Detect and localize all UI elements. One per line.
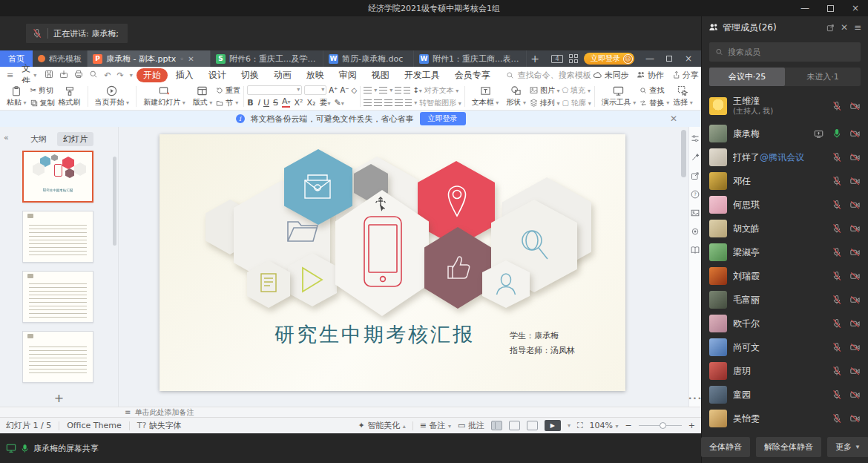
member-search[interactable] <box>709 42 861 62</box>
align-left-icon[interactable] <box>364 99 372 106</box>
menu-tab-animation[interactable]: 动画 <box>267 68 298 82</box>
popout-panel-icon[interactable] <box>826 24 835 32</box>
slide-thumbnail-1[interactable]: 1 ★ 研究生中期考核汇报 <box>22 151 111 203</box>
share-button[interactable]: 分享 <box>671 70 699 81</box>
fill-button[interactable]: ⬠ 填充 ▾ <box>562 85 590 96</box>
highlight-button[interactable]: ✎▾ <box>334 98 343 108</box>
camera-off-icon[interactable] <box>849 101 861 111</box>
camera-off-icon[interactable] <box>849 247 861 257</box>
mic-muted-icon[interactable] <box>832 366 842 376</box>
paste-button[interactable]: 粘贴 ▾ <box>3 86 30 108</box>
collapse-panel-icon[interactable]: « <box>4 133 9 142</box>
undo-icon[interactable]: ↶ <box>102 70 113 80</box>
beautify-button[interactable]: ✦ 智能美化 ▴ <box>358 420 406 431</box>
menu-tab-developer[interactable]: 开发工具 <box>398 68 447 82</box>
to-smartart-button[interactable]: 转智能图形 ▾ <box>419 98 461 108</box>
member-row[interactable]: 欧千尔 <box>709 312 861 335</box>
zoom-slider[interactable] <box>639 425 682 426</box>
member-row[interactable]: 康承梅 <box>709 122 861 145</box>
text-direction-icon[interactable]: ↕▾ <box>412 86 421 94</box>
camera-off-icon[interactable] <box>849 295 861 305</box>
mic-muted-icon[interactable] <box>832 176 842 186</box>
fit-window-icon[interactable]: ⛶ <box>577 421 583 430</box>
image-tools-icon[interactable] <box>691 208 700 217</box>
slide-thumbnail-4[interactable]: 4 ★ <box>22 331 111 383</box>
member-row[interactable]: 尚可文 <box>709 335 861 359</box>
camera-off-icon[interactable] <box>849 413 861 424</box>
superscript-button[interactable]: X² <box>294 98 303 108</box>
slide-canvas[interactable]: 研究生中期考核汇报 学生：康承梅 指导老师：汤凤林 <box>119 127 688 407</box>
login-button[interactable]: 立即登录☺ <box>584 53 634 65</box>
menu-tab-view[interactable]: 视图 <box>365 68 396 82</box>
font-size-select[interactable] <box>304 85 326 95</box>
print-icon[interactable] <box>72 70 85 81</box>
properties-icon[interactable] <box>691 134 700 143</box>
shapes-button[interactable]: 形状 ▾ <box>502 85 530 108</box>
member-row[interactable]: 何思琪 <box>709 193 861 217</box>
text-box-button[interactable]: 文本框 ▾ <box>468 85 503 108</box>
history-caret-icon[interactable]: ▾ <box>128 72 135 79</box>
rail-more-icon[interactable]: ••• <box>688 395 701 402</box>
camera-off-icon[interactable] <box>849 152 861 162</box>
new-tab-button[interactable]: + <box>527 50 543 67</box>
menu-tab-slideshow[interactable]: 放映 <box>300 68 331 82</box>
locate-icon[interactable] <box>691 227 700 236</box>
strikethrough-button[interactable]: S <box>273 98 278 108</box>
italic-button[interactable]: I <box>257 98 260 108</box>
slide-thumbnail-2[interactable]: 2 ★ <box>22 211 111 263</box>
present-tools-button[interactable]: 演示工具 ▾ <box>598 85 640 108</box>
minimize-icon[interactable]: — <box>792 0 818 16</box>
align-text-button[interactable]: 对齐文本 ▾ <box>424 85 459 96</box>
bullet-list-icon[interactable] <box>364 87 372 93</box>
wps-restore-icon[interactable] <box>660 53 679 64</box>
wps-minimize-icon[interactable]: — <box>640 53 660 64</box>
member-row[interactable]: 吴怡雯 <box>709 407 861 430</box>
hamburger-icon[interactable]: ≡ <box>4 70 16 80</box>
font-family-select[interactable] <box>247 85 302 95</box>
menu-tab-insert[interactable]: 插入 <box>169 68 200 82</box>
popout-pane-icon[interactable] <box>691 171 700 180</box>
zoom-out-icon[interactable]: − <box>625 421 632 430</box>
mute-all-button[interactable]: 全体静音 <box>701 437 750 457</box>
tab-close-icon[interactable]: ✕ <box>188 55 194 63</box>
member-row[interactable]: 毛富丽 <box>709 288 861 312</box>
command-search[interactable]: 查找命令、搜索模板 <box>506 70 591 81</box>
panel-menu-icon[interactable]: ≡ <box>854 22 861 33</box>
mic-muted-icon[interactable] <box>832 247 842 257</box>
line-spacing-icon[interactable] <box>405 99 412 106</box>
notes-toggle[interactable]: ≡ 备注 ▾ <box>420 420 451 431</box>
align-center-icon[interactable] <box>374 99 382 106</box>
section-button[interactable]: 节▾ <box>216 98 240 108</box>
notice-close-icon[interactable]: ✕ <box>670 114 677 124</box>
member-row[interactable]: 童园 <box>709 383 861 407</box>
tab-active-presentation[interactable]: P 康承梅 - 副本.pptx ◦ ✕ <box>88 50 211 67</box>
sync-status[interactable]: 未同步 <box>593 70 629 81</box>
zoom-knob[interactable] <box>660 422 666 429</box>
find-button[interactable]: 查找 <box>640 85 669 96</box>
decrease-indent-icon[interactable] <box>395 87 401 93</box>
reading-view-icon[interactable] <box>527 421 538 430</box>
outline-button[interactable]: ▢ 轮廓 ▾ <box>562 98 591 108</box>
mic-muted-icon[interactable] <box>832 295 842 305</box>
apps-grid-icon[interactable] <box>569 54 578 63</box>
canvas-scrollbar[interactable] <box>681 130 686 177</box>
new-slide-button[interactable]: 新建幻灯片 ▾ <box>139 85 189 108</box>
mic-muted-icon[interactable] <box>832 101 842 111</box>
align-right-icon[interactable] <box>384 99 392 106</box>
picture-button[interactable]: 图片 ▾ <box>540 85 560 96</box>
menu-tab-review[interactable]: 审阅 <box>332 68 364 82</box>
menu-tab-member[interactable]: 会员专享 <box>448 68 497 82</box>
reading-icon[interactable] <box>691 246 700 255</box>
tab-attachment1-doc[interactable]: W附件1：重庆工商...表-康承梅(1) <box>414 50 527 67</box>
camera-off-icon[interactable] <box>849 318 861 329</box>
unmute-all-button[interactable]: 解除全体静音 <box>756 437 821 457</box>
normal-view-icon[interactable] <box>491 421 502 430</box>
theme-name[interactable]: Office Theme <box>67 421 122 430</box>
mic-muted-icon[interactable] <box>832 318 842 329</box>
member-row[interactable]: 胡文皓 <box>709 217 861 240</box>
notice-login-button[interactable]: 立即登录 <box>420 112 466 125</box>
redo-icon[interactable]: ↷ <box>114 70 125 80</box>
close-icon[interactable]: × <box>843 0 868 16</box>
member-row[interactable]: 刘瑞霞 <box>709 264 861 288</box>
camera-off-icon[interactable] <box>849 342 861 352</box>
